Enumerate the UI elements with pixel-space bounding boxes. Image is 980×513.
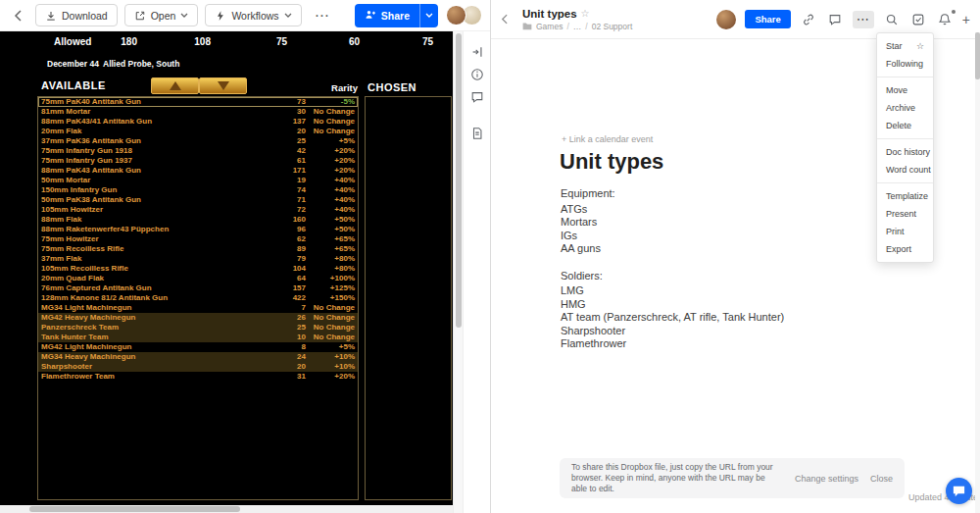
- unit-name: 37mm PaK36 Antitank Gun: [41, 136, 141, 145]
- unit-name: MG42 Light Machinegun: [41, 342, 131, 351]
- unit-row[interactable]: 50mm PaK38 Antitank Gun71+40%: [38, 195, 358, 205]
- notifications-bell-icon[interactable]: [936, 11, 954, 28]
- download-label: Download: [62, 10, 108, 22]
- menu-item-print[interactable]: Print: [877, 223, 933, 240]
- unit-row[interactable]: 75mm Infantry Gun 191842+20%: [38, 146, 358, 156]
- header-actions: Share ⋯ +: [716, 10, 970, 29]
- more-options-button[interactable]: ⋯: [309, 7, 336, 25]
- breadcrumb-item[interactable]: 02 Support: [592, 22, 633, 31]
- doc-vertical-scrollbar[interactable]: [975, 32, 980, 513]
- unit-row[interactable]: 88mm Flak160+50%: [38, 215, 358, 225]
- doc-scrollbar-thumb[interactable]: [975, 32, 980, 79]
- menu-item-star[interactable]: Star☆: [877, 37, 933, 55]
- allowed-value: 75: [400, 36, 433, 47]
- menu-item-export[interactable]: Export: [877, 240, 933, 258]
- collaborator-avatars: [446, 5, 482, 26]
- share-dropdown-button[interactable]: [419, 4, 438, 27]
- unit-row[interactable]: 88mm PaK43/41 Antitank Gun137No Change: [38, 117, 358, 127]
- doc-title-block: Unit types ☆ Games/…/02 Support: [522, 8, 632, 31]
- workflows-label: Workflows: [231, 10, 278, 22]
- unit-row[interactable]: Flamethrower Team31+20%: [38, 372, 358, 382]
- close-button[interactable]: Close: [870, 474, 893, 484]
- scroll-up-button[interactable]: [151, 77, 199, 94]
- unit-row[interactable]: MG42 Light Machinegun8+5%: [38, 342, 358, 352]
- unit-row[interactable]: 75mm Howitzer62+65%: [38, 234, 358, 244]
- unit-name: 75mm Howitzer: [41, 234, 99, 243]
- open-button[interactable]: Open: [124, 4, 199, 26]
- hide-sidebar-icon[interactable]: [469, 44, 485, 60]
- share-button[interactable]: Share: [745, 10, 790, 28]
- document-icon[interactable]: [469, 126, 485, 141]
- unit-row[interactable]: 20mm Quad Flak64+100%: [38, 274, 358, 283]
- unit-row[interactable]: 75mm Recoilless Rifle89+65%: [38, 244, 358, 254]
- unit-row[interactable]: 76mm Captured Antitank Gun157+125%: [38, 283, 358, 293]
- menu-item-delete[interactable]: Delete: [877, 117, 933, 134]
- menu-item-doc-history[interactable]: Doc history: [877, 143, 933, 161]
- unit-row[interactable]: 105mm Recoilless Rifle104+80%: [38, 264, 358, 274]
- star-icon[interactable]: ☆: [581, 8, 590, 19]
- comment-icon[interactable]: [826, 11, 844, 28]
- unit-row[interactable]: MG34 Heavy Machinegun24+10%: [38, 352, 358, 362]
- unit-row[interactable]: 88mm Raketenwerfer43 Püppchen96+50%: [38, 225, 358, 234]
- share-button[interactable]: Share: [355, 4, 419, 27]
- avatar[interactable]: [716, 10, 736, 29]
- tasks-icon[interactable]: [909, 11, 927, 28]
- unit-row[interactable]: 75mm Infantry Gun 193761+20%: [38, 156, 358, 166]
- unit-row[interactable]: Tank Hunter Team10No Change: [38, 333, 358, 342]
- workflows-button[interactable]: Workflows: [205, 4, 301, 26]
- menu-item-word-count[interactable]: Word count: [877, 161, 933, 179]
- menu-item-label: Doc history: [886, 147, 930, 157]
- download-button[interactable]: Download: [35, 4, 118, 26]
- menu-item-label: Move: [886, 85, 907, 95]
- plus-icon[interactable]: +: [962, 12, 970, 27]
- info-icon[interactable]: [469, 67, 485, 82]
- back-button[interactable]: [501, 14, 516, 25]
- menu-item-templatize[interactable]: Templatize: [877, 187, 933, 205]
- unit-row[interactable]: 128mm Kanone 81/2 Antitank Gun422+150%: [38, 293, 358, 303]
- calendar-event-link[interactable]: + Link a calendar event: [562, 134, 653, 144]
- horizontal-scrollbar-thumb[interactable]: [29, 506, 240, 512]
- unit-row[interactable]: Panzerschreck Team25No Change: [38, 323, 358, 333]
- breadcrumb-item[interactable]: Games: [536, 22, 563, 31]
- unit-row[interactable]: 75mm PaK40 Antitank Gun73-5%: [38, 97, 358, 107]
- unit-rarity: No Change: [301, 333, 355, 342]
- available-units-list: 75mm PaK40 Antitank Gun73-5%81mm Mortar3…: [37, 96, 359, 500]
- unit-row[interactable]: 150mm Infantry Gun74+40%: [38, 185, 358, 195]
- menu-item-present[interactable]: Present: [877, 205, 933, 223]
- link-icon[interactable]: [800, 11, 817, 28]
- unit-row[interactable]: MG42 Heavy Machinegun26No Change: [38, 313, 358, 323]
- unit-row[interactable]: 37mm PaK36 Antitank Gun25+5%: [38, 136, 358, 146]
- avatar[interactable]: [446, 5, 466, 26]
- search-icon[interactable]: [883, 11, 901, 28]
- folder-icon: [522, 22, 532, 30]
- app: Download Open Workflows ⋯: [0, 0, 980, 513]
- scroll-down-button[interactable]: [199, 77, 247, 94]
- unit-row[interactable]: 105mm Howitzer72+40%: [38, 205, 358, 215]
- unit-rarity: +65%: [301, 244, 355, 254]
- unit-name: 150mm Infantry Gun: [41, 185, 117, 194]
- back-button[interactable]: [8, 4, 27, 27]
- unit-row[interactable]: 50mm Mortar19+40%: [38, 176, 358, 185]
- menu-item-following[interactable]: Following: [877, 55, 933, 73]
- more-options-button[interactable]: ⋯: [853, 11, 874, 28]
- unit-row[interactable]: 37mm Flak79+80%: [38, 254, 358, 264]
- unit-row[interactable]: Sharpshooter20+10%: [38, 362, 358, 372]
- menu-item-archive[interactable]: Archive: [877, 99, 933, 117]
- chat-button[interactable]: [946, 478, 972, 504]
- breadcrumb-item[interactable]: …: [573, 22, 582, 31]
- unit-row[interactable]: 81mm Mortar30No Change: [38, 107, 358, 117]
- preview-scrollbar-thumb[interactable]: [456, 33, 462, 328]
- comments-icon[interactable]: [469, 89, 485, 105]
- unit-cost: 160: [267, 215, 306, 225]
- unit-cost: 104: [267, 264, 306, 274]
- preview-vertical-scrollbar[interactable]: [453, 31, 463, 513]
- unit-row[interactable]: 20mm Flak20No Change: [38, 127, 358, 136]
- menu-item-move[interactable]: Move: [877, 81, 933, 99]
- unit-row[interactable]: MG34 Light Machinegun7No Change: [38, 303, 358, 313]
- unit-rarity: +65%: [301, 234, 355, 244]
- change-settings-button[interactable]: Change settings: [795, 474, 858, 484]
- horizontal-scrollbar[interactable]: [0, 505, 453, 513]
- unit-row[interactable]: 88mm PaK43 Antitank Gun171+20%: [38, 166, 358, 176]
- menu-item-label: Export: [886, 244, 911, 254]
- notification-dot: [952, 10, 956, 14]
